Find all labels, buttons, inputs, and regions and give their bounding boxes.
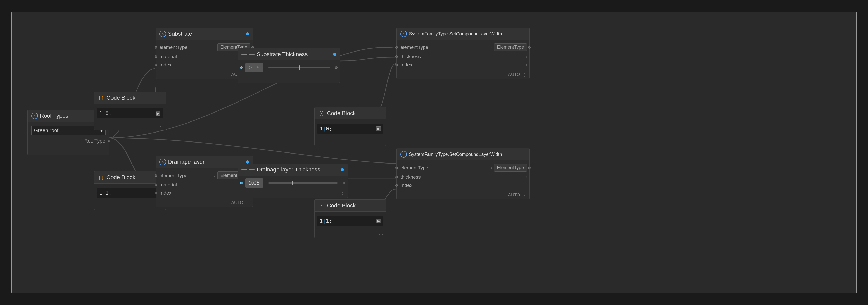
sf1-port-left-3 <box>396 64 398 66</box>
drainage-footer: AUTO ⋮ <box>156 199 253 207</box>
menu-icon[interactable]: ⋯ <box>102 148 106 154</box>
sf1-port-elementtype: elementType › ElementType <box>397 42 529 53</box>
code-block-2-icon: [·] <box>98 174 104 181</box>
drainage-thickness-footer: ⋮ <box>238 190 347 198</box>
auto-label-sf2: AUTO <box>508 192 520 198</box>
drainage-thickness-menu[interactable]: ⋮ <box>340 191 345 197</box>
code-block-2-footer: ⋯ <box>94 202 165 210</box>
code-block-1-node: [·] Code Block 1|0; ▶ ⋯ <box>94 92 166 130</box>
code-body-3[interactable]: 1|0; ▶ <box>317 124 383 134</box>
drainage-icon: ○ <box>159 159 166 165</box>
drainage-thickness-port-right <box>343 182 345 184</box>
sf2-port-left-1 <box>396 166 398 169</box>
sf-type-2-body: elementType › ElementType thickness › In… <box>397 160 529 191</box>
roof-output-label: RoofType <box>28 138 108 144</box>
sf-type-2-icon: ○ <box>400 151 407 158</box>
drainage-thickness-port-left <box>240 182 243 184</box>
code-block-2-node: [·] Code Block 1|1; ▶ ⋯ <box>94 171 166 210</box>
roof-types-footer: ⋯ <box>28 147 109 155</box>
sf2-port-thickness: thickness › <box>397 173 529 181</box>
substrate-title: Substrate <box>168 30 244 37</box>
sf2-menu[interactable]: ⋮ <box>522 192 527 198</box>
drainage-slider-track[interactable] <box>268 182 338 184</box>
code-block-3-title: Code Block <box>327 110 382 117</box>
substrate-thickness-menu[interactable]: ⋮ <box>333 76 337 82</box>
thickness-port-right <box>335 66 338 69</box>
sf1-port-index: Index › <box>397 61 529 69</box>
substrate-icon: ○ <box>159 30 166 37</box>
menu-icon-cb3[interactable]: ⋯ <box>379 139 383 145</box>
port-arrow-1: › <box>214 45 217 50</box>
sf1-menu[interactable]: ⋮ <box>522 72 527 78</box>
node-canvas: ○ Roof Types Green roof ▾ RoofType ⋯ [·]… <box>11 11 857 294</box>
sf1-port-right-1 <box>528 46 531 49</box>
sf1-label-elementtype: elementType <box>398 44 491 50</box>
substrate-slider-thumb <box>299 65 300 70</box>
substrate-slider-track[interactable] <box>268 67 330 68</box>
code-text-3: 1|0; <box>320 126 332 132</box>
drainage-menu[interactable]: ⋮ <box>246 200 250 206</box>
sf-type-1-body: elementType › ElementType thickness › In… <box>397 40 529 71</box>
code-block-3-node: [·] Code Block 1|0; ▶ ⋯ <box>314 107 386 146</box>
roof-output-row: RoofType <box>28 137 109 145</box>
substrate-thickness-value[interactable]: 0.15 <box>245 63 263 72</box>
sf1-label-thickness: thickness <box>398 54 526 59</box>
auto-label-drainage: AUTO <box>231 200 244 206</box>
drainage-label-index: Index <box>157 190 249 196</box>
sf2-label-elementtype: elementType <box>398 165 491 171</box>
code-block-3-icon: [·] <box>318 110 325 117</box>
substrate-dot <box>246 32 249 35</box>
drainage-thickness-value[interactable]: 0.05 <box>245 178 263 188</box>
code-block-3-footer: ⋯ <box>315 138 386 146</box>
substrate-thickness-dot <box>333 53 336 56</box>
dash-icon-2 <box>249 54 255 55</box>
code-block-1-header: [·] Code Block <box>94 92 165 104</box>
sf1-port-left-2 <box>396 55 398 58</box>
roof-output-port <box>108 140 111 142</box>
substrate-thickness-node: Substrate Thickness 0.15 ⋮ <box>238 48 340 83</box>
sf-type-2-footer: AUTO ⋮ <box>397 191 529 199</box>
sf2-port-index: Index › <box>397 181 529 189</box>
sf-type-2-header: ○ SystemFamilyType.SetCompoundLayerWidth <box>397 148 529 160</box>
code-text-2: 1|1; <box>99 190 112 196</box>
sf-type-1-footer: AUTO ⋮ <box>397 71 529 79</box>
code-block-2-title: Code Block <box>106 174 162 181</box>
sf2-label-index: Index <box>398 182 526 188</box>
code-block-4-icon: [·] <box>318 202 325 209</box>
code-body-1[interactable]: 1|0; ▶ <box>97 108 163 118</box>
drainage-port-left-1 <box>155 174 157 177</box>
dash-icon-1 <box>241 54 247 55</box>
substrate-header: ○ Substrate <box>156 28 253 40</box>
drainage-thickness-title: Drainage layer Thickness <box>257 166 339 173</box>
sf1-label-index: Index <box>398 62 526 68</box>
code-out-port-1: ▶ <box>156 111 160 116</box>
menu-icon-cb4[interactable]: ⋯ <box>379 231 383 237</box>
code-block-4-title: Code Block <box>327 202 382 209</box>
code-body-2[interactable]: 1|1; ▶ <box>97 188 163 198</box>
substrate-port-left-3 <box>155 64 157 66</box>
code-block-1-title: Code Block <box>106 95 162 101</box>
drainage-port-left-3 <box>155 192 157 194</box>
drainage-port-arrow-1: › <box>214 173 217 178</box>
menu-icon-2[interactable]: ⋯ <box>158 124 163 129</box>
sf2-port-right-1 <box>528 166 531 169</box>
code-block-1-footer: ⋯ <box>94 123 165 130</box>
code-out-port-4: ▶ <box>376 219 381 223</box>
drainage-thickness-header: Drainage layer Thickness <box>238 164 347 176</box>
thickness-port-left <box>240 66 243 69</box>
code-block-3-header: [·] Code Block <box>315 108 386 119</box>
auto-label-sf1: AUTO <box>508 72 520 78</box>
drainage-thickness-node: Drainage layer Thickness 0.05 ⋮ <box>238 163 348 198</box>
sf2-element-type-out: ElementType <box>494 164 527 172</box>
drainage-label-material: material <box>157 182 249 188</box>
code-body-4[interactable]: 1|1; ▶ <box>317 216 383 226</box>
sf-type-1-header: ○ SystemFamilyType.SetCompoundLayerWidth <box>397 28 529 40</box>
drainage-title: Drainage layer <box>168 159 244 165</box>
dash-icon-4 <box>249 169 255 170</box>
substrate-thickness-body: 0.15 <box>238 60 340 75</box>
substrate-label-index: Index <box>157 62 249 68</box>
code-block-4-header: [·] Code Block <box>315 200 386 212</box>
dropdown-value: Green roof <box>34 128 59 133</box>
sf-type-1-node: ○ SystemFamilyType.SetCompoundLayerWidth… <box>397 28 530 79</box>
sf-type-1-title: SystemFamilyType.SetCompoundLayerWidth <box>409 31 526 37</box>
